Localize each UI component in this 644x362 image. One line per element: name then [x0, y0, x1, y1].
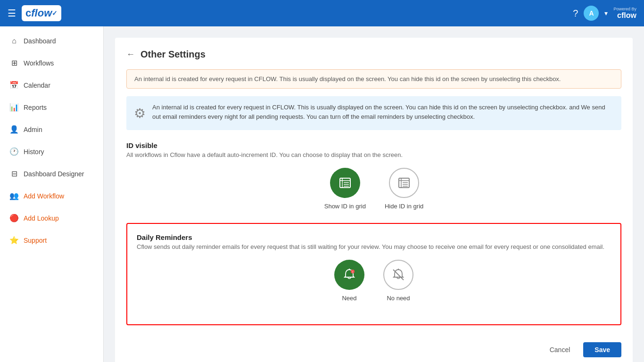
user-chevron-icon[interactable]: ▾ [604, 9, 608, 17]
user-avatar[interactable]: A [584, 6, 599, 21]
header-right: ? A ▾ Powered By cflow [573, 6, 636, 21]
id-visible-title: ID visible [126, 141, 621, 149]
app-header: ☰ c flow ✓ ? A ▾ Powered By cflow [0, 0, 644, 26]
add-lookup-icon: 🔴 [9, 214, 19, 222]
sidebar-label-reports: Reports [24, 104, 47, 111]
sidebar-item-add-lookup[interactable]: 🔴 Add Lookup [0, 207, 103, 229]
calendar-icon: 📅 [9, 81, 19, 90]
sidebar-label-support: Support [24, 237, 47, 244]
sidebar-label-add-lookup: Add Lookup [24, 214, 59, 222]
id-visible-section: ID visible All workflows in Cflow have a… [126, 141, 621, 210]
sidebar-item-add-workflow[interactable]: 👥 Add Workflow [0, 185, 103, 207]
daily-reminders-title: Daily Reminders [137, 233, 611, 241]
show-id-label: Show ID in grid [324, 203, 366, 210]
dashboard-icon: ⌂ [9, 37, 19, 45]
support-icon: ⭐ [9, 236, 19, 245]
show-id-option[interactable]: Show ID in grid [324, 168, 366, 210]
sidebar-label-workflows: Workflows [24, 59, 54, 67]
footer-buttons: Cancel Save [126, 335, 621, 357]
no-need-option[interactable]: No need [383, 260, 413, 302]
daily-reminders-desc: Cflow sends out daily reminder emails fo… [137, 243, 611, 250]
sidebar-label-admin: Admin [24, 126, 42, 133]
daily-reminders-options: ! Need [137, 260, 611, 302]
svg-text:!: ! [352, 271, 353, 273]
info-banner: An internal id is created for every requ… [126, 69, 621, 89]
admin-icon: 👤 [9, 125, 19, 134]
daily-reminders-section: Daily Reminders Cflow sends out daily re… [126, 223, 621, 325]
header-left: ☰ c flow ✓ [8, 5, 61, 21]
sidebar-label-dashboard-designer: Dashboard Designer [24, 170, 84, 178]
gear-icon: ⚙ [134, 104, 146, 123]
show-id-icon-circle [330, 168, 360, 198]
sidebar-label-calendar: Calendar [24, 82, 50, 89]
need-bell-icon: ! [342, 268, 356, 282]
powered-by-label: Powered By [613, 7, 636, 11]
sidebar-item-reports[interactable]: 📊 Reports [0, 96, 103, 118]
sidebar-item-workflows[interactable]: ⊞ Workflows [0, 52, 103, 74]
hide-id-icon-circle [389, 168, 419, 198]
sidebar-item-dashboard-designer[interactable]: ⊟ Dashboard Designer [0, 163, 103, 185]
content-panel: ← Other Settings An internal id is creat… [115, 38, 633, 362]
powered-logo: cflow [617, 11, 636, 20]
need-option[interactable]: ! Need [334, 260, 364, 302]
cancel-button[interactable]: Cancel [542, 342, 578, 357]
need-icon-circle: ! [334, 260, 364, 290]
reports-icon: 📊 [9, 103, 19, 112]
powered-by-box: Powered By cflow [613, 7, 636, 20]
add-workflow-icon: 👥 [9, 191, 19, 200]
help-icon[interactable]: ? [573, 8, 578, 19]
show-id-icon [339, 176, 352, 189]
page-header: ← Other Settings [126, 49, 621, 60]
logo-text: c [25, 7, 31, 19]
logo-flow: flow [31, 7, 52, 19]
no-need-label: No need [387, 295, 410, 302]
sidebar-item-calendar[interactable]: 📅 Calendar [0, 74, 103, 96]
logo-checkmark: ✓ [52, 9, 58, 17]
no-need-bell-icon [391, 268, 405, 282]
sidebar: ⌂ Dashboard ⊞ Workflows 📅 Calendar 📊 Rep… [0, 26, 104, 362]
dashboard-designer-icon: ⊟ [9, 169, 19, 178]
sidebar-label-add-workflow: Add Workflow [24, 192, 64, 200]
info-box: ⚙ An internal id is created for every re… [126, 96, 621, 130]
info-banner-text: An internal id is created for every requ… [134, 75, 561, 82]
need-label: Need [342, 295, 356, 302]
sidebar-item-dashboard[interactable]: ⌂ Dashboard [0, 30, 103, 52]
menu-icon[interactable]: ☰ [8, 8, 16, 19]
sidebar-label-history: History [24, 148, 44, 156]
no-need-icon-circle [383, 260, 413, 290]
hide-id-option[interactable]: Hide ID in grid [385, 168, 423, 210]
logo-box[interactable]: c flow ✓ [22, 5, 61, 21]
back-button[interactable]: ← [126, 49, 135, 59]
id-visible-desc: All workflows in Cflow have a default au… [126, 151, 621, 158]
save-button[interactable]: Save [583, 342, 621, 357]
hide-id-icon [397, 176, 411, 189]
page-title: Other Settings [140, 49, 206, 60]
sidebar-label-dashboard: Dashboard [24, 37, 56, 45]
hide-id-label: Hide ID in grid [385, 203, 423, 210]
history-icon: 🕐 [9, 147, 19, 156]
sidebar-item-admin[interactable]: 👤 Admin [0, 118, 103, 140]
info-box-text: An internal id is created for every requ… [152, 103, 614, 121]
sidebar-item-support[interactable]: ⭐ Support [0, 229, 103, 251]
sidebar-item-history[interactable]: 🕐 History [0, 140, 103, 163]
workflows-icon: ⊞ [9, 58, 19, 67]
main-content: ← Other Settings An internal id is creat… [104, 26, 644, 362]
app-body: ⌂ Dashboard ⊞ Workflows 📅 Calendar 📊 Rep… [0, 26, 644, 362]
id-visible-options: Show ID in grid [126, 168, 621, 210]
